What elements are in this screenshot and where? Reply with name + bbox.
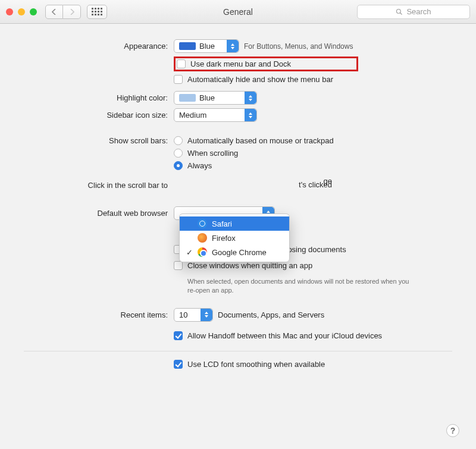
show-scroll-bars-label: Show scroll bars: [24, 136, 174, 145]
highlight-color-dropdown[interactable]: Blue [174, 91, 257, 105]
appearance-label: Appearance: [24, 42, 174, 51]
click-scroll-bar-label: Click in the scroll bar to [24, 181, 174, 190]
show-all-prefs-button[interactable] [87, 5, 107, 19]
close-window-button[interactable] [6, 8, 13, 15]
sidebar-icon-size-value: Medium [179, 111, 206, 120]
browser-option-safari[interactable]: Safari [180, 216, 289, 231]
firefox-icon [198, 233, 207, 243]
recent-items-value: 10 [179, 310, 187, 319]
help-button[interactable]: ? [446, 424, 459, 437]
close-windows-note: When selected, open documents and window… [174, 277, 412, 295]
allow-handoff-label: Allow Handoff between this Mac and your … [187, 331, 382, 340]
allow-handoff-checkbox[interactable] [174, 331, 183, 340]
browser-option-label: Firefox [212, 234, 236, 243]
scrollbars-auto-label: Automatically based on mouse or trackpad [187, 136, 334, 145]
scrollbars-when-scrolling-label: When scrolling [187, 149, 238, 158]
highlighted-option-annotation: Use dark menu bar and Dock [174, 56, 358, 71]
checkmark-icon: ✓ [186, 248, 193, 257]
recent-items-suffix: Documents, Apps, and Servers [218, 310, 324, 319]
scrollbars-auto-radio[interactable] [174, 136, 183, 145]
close-windows-label: Close windows when quitting an app [187, 261, 312, 270]
browser-option-firefox[interactable]: Firefox [180, 231, 289, 245]
browser-option-chrome[interactable]: ✓ Google Chrome [180, 245, 289, 259]
close-windows-checkbox[interactable] [174, 261, 183, 270]
appearance-note: For Buttons, Menus, and Windows [244, 42, 353, 51]
default-browser-popup-menu: Safari Firefox ✓ Google Chrome [179, 213, 290, 262]
lcd-font-smoothing-label: Use LCD font smoothing when available [187, 360, 325, 369]
window-traffic-lights [6, 8, 37, 15]
grid-icon [92, 8, 102, 15]
scrollbars-when-scrolling-radio[interactable] [174, 149, 183, 158]
recent-items-dropdown[interactable]: 10 [174, 308, 213, 322]
chrome-icon [198, 247, 207, 257]
recent-items-label: Recent items: [24, 310, 174, 319]
lcd-font-smoothing-checkbox[interactable] [174, 360, 183, 369]
minimize-window-button[interactable] [18, 8, 25, 15]
autohide-menubar-label: Automatically hide and show the menu bar [187, 75, 333, 84]
chevron-updown-icon [245, 109, 256, 121]
scrollbars-always-label: Always [187, 161, 212, 170]
autohide-menubar-checkbox[interactable] [174, 75, 183, 84]
nav-buttons [45, 5, 81, 19]
use-dark-menu-label: Use dark menu bar and Dock [190, 59, 291, 68]
search-input[interactable]: Search [357, 5, 470, 19]
scrollbars-always-radio[interactable] [174, 161, 183, 170]
default-web-browser-label: Default web browser [24, 209, 174, 218]
search-icon [396, 8, 403, 15]
blue-swatch-icon [179, 42, 196, 50]
appearance-value: Blue [199, 42, 215, 51]
appearance-dropdown[interactable]: Blue [174, 39, 239, 53]
sidebar-icon-size-label: Sidebar icon size: [24, 111, 174, 120]
back-button[interactable] [45, 5, 63, 19]
maximize-window-button[interactable] [30, 8, 37, 15]
separator [24, 351, 452, 351]
browser-option-label: Google Chrome [212, 248, 267, 257]
highlight-color-label: Highlight color: [24, 93, 174, 102]
chevron-updown-icon [227, 40, 239, 52]
chevron-updown-icon [201, 309, 212, 321]
svg-point-0 [397, 9, 401, 13]
general-pane: Appearance: Blue For Buttons, Menus, and… [0, 24, 476, 449]
highlight-color-value: Blue [199, 93, 215, 102]
use-dark-menu-checkbox[interactable] [177, 59, 186, 68]
safari-icon [198, 219, 207, 228]
sidebar-icon-size-dropdown[interactable]: Medium [174, 108, 257, 122]
help-icon: ? [450, 426, 456, 435]
titlebar: General Search [0, 0, 476, 24]
click-scroll-opt2-partial: t's clicked [299, 180, 332, 189]
highlight-swatch-icon [179, 94, 196, 102]
forward-button[interactable] [63, 5, 81, 19]
search-placeholder: Search [406, 7, 431, 16]
chevron-updown-icon [245, 92, 256, 104]
browser-option-label: Safari [212, 219, 232, 228]
svg-line-1 [400, 12, 402, 14]
